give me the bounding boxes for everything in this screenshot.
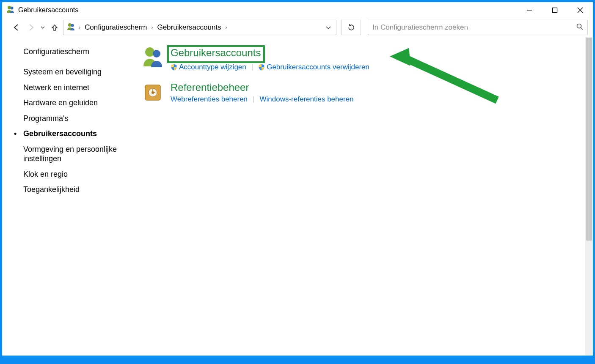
uac-shield-icon: [258, 64, 265, 71]
uac-shield-icon: [171, 64, 177, 71]
nav-row: › Configuratiescherm › Gebruikersaccount…: [2, 18, 593, 37]
chevron-right-icon[interactable]: ›: [78, 25, 81, 30]
annotation-highlight-box: Gebruikersaccounts: [167, 45, 265, 63]
minimize-button[interactable]: [517, 2, 542, 18]
content: Configuratiescherm Systeem en beveiligin…: [2, 37, 593, 356]
address-history-dropdown[interactable]: [322, 20, 334, 35]
forward-button[interactable]: [25, 22, 37, 33]
sublink-label: Webreferenties beheren: [171, 95, 248, 104]
user-accounts-icon: [6, 5, 15, 15]
window: Gebruikersaccounts: [2, 2, 593, 356]
svg-point-8: [577, 24, 581, 28]
sublink-label: Windows-referenties beheren: [260, 95, 354, 104]
window-controls: [517, 2, 593, 18]
scrollbar-thumb[interactable]: [586, 38, 592, 241]
refresh-button[interactable]: [342, 20, 361, 35]
category-credential-manager: Referentiebeheer Webreferenties beheren …: [142, 82, 589, 104]
svg-line-9: [581, 27, 583, 30]
breadcrumb-item[interactable]: Configuratiescherm: [83, 23, 149, 32]
sidebar-item-user-accounts[interactable]: Gebruikersaccounts: [23, 129, 125, 139]
category-sublinks: Webreferenties beheren | Windows-referen…: [171, 95, 354, 104]
user-accounts-icon: [67, 22, 75, 33]
sublink-manage-web-credentials[interactable]: Webreferenties beheren: [171, 95, 248, 104]
recent-locations-dropdown[interactable]: [39, 25, 46, 30]
sidebar-item-hardware-sound[interactable]: Hardware en geluiden: [23, 98, 125, 108]
control-panel-home-link[interactable]: Configuratiescherm: [23, 47, 125, 56]
sublink-label: Accounttype wijzigen: [179, 63, 246, 71]
category-user-accounts: Gebruikersaccounts: [142, 45, 589, 71]
sublink-manage-windows-credentials[interactable]: Windows-referenties beheren: [260, 95, 354, 104]
sidebar-item-programs[interactable]: Programma's: [23, 114, 125, 123]
maximize-button[interactable]: [542, 2, 567, 18]
sidebar-item-clock-region[interactable]: Klok en regio: [23, 170, 125, 179]
sidebar: Configuratiescherm Systeem en beveiligin…: [2, 37, 129, 356]
address-bar[interactable]: › Configuratiescherm › Gebruikersaccount…: [63, 20, 336, 35]
back-button[interactable]: [11, 22, 22, 33]
up-button[interactable]: [49, 22, 61, 33]
sublink-change-account-type[interactable]: Accounttype wijzigen: [171, 63, 246, 71]
user-accounts-large-icon: [142, 45, 164, 67]
category-title-link[interactable]: Referentiebeheer: [171, 82, 354, 93]
breadcrumb-item[interactable]: Gebruikersaccounts: [155, 23, 223, 32]
search-icon[interactable]: [576, 23, 583, 32]
sublink-label: Gebruikersaccounts verwijderen: [267, 63, 369, 71]
svg-point-10: [145, 47, 154, 57]
category-title-link[interactable]: Gebruikersaccounts: [171, 47, 261, 59]
main-pane: Gebruikersaccounts: [129, 37, 593, 356]
sidebar-item-ease-of-access[interactable]: Toegankelijkheid: [23, 185, 125, 194]
separator: |: [251, 95, 256, 104]
sidebar-item-system-security[interactable]: Systeem en beveiliging: [23, 67, 125, 77]
svg-rect-3: [553, 8, 557, 13]
svg-point-1: [11, 7, 14, 10]
separator: |: [250, 63, 255, 71]
chevron-right-icon[interactable]: ›: [225, 25, 228, 30]
search-box[interactable]: In Configuratiescherm zoeken: [368, 20, 588, 35]
sublink-remove-user-accounts[interactable]: Gebruikersaccounts verwijderen: [258, 63, 369, 71]
vertical-scrollbar[interactable]: [585, 37, 593, 356]
category-sublinks: Accounttype wijzigen |: [171, 63, 369, 71]
sidebar-item-network-internet[interactable]: Netwerk en internet: [23, 83, 125, 93]
sidebar-list: Systeem en beveiliging Netwerk en intern…: [23, 67, 125, 194]
window-title: Gebruikersaccounts: [18, 6, 78, 14]
search-placeholder: In Configuratiescherm zoeken: [372, 23, 576, 32]
chevron-right-icon[interactable]: ›: [150, 25, 154, 30]
sidebar-item-appearance[interactable]: Vormgeving en persoonlijke instellingen: [23, 145, 125, 164]
close-button[interactable]: [567, 2, 593, 18]
credential-manager-icon: [142, 82, 164, 104]
svg-point-11: [153, 50, 160, 57]
titlebar: Gebruikersaccounts: [2, 2, 593, 18]
svg-point-7: [71, 24, 74, 27]
